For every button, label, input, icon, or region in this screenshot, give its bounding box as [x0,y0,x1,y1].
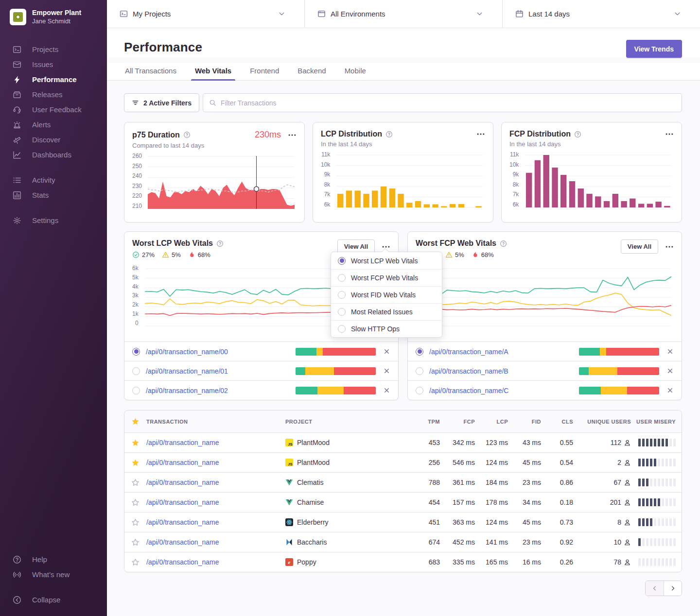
radio-button[interactable] [416,367,423,375]
collapse-icon [13,596,21,604]
whats-new-icon [13,570,21,579]
tab-mobile[interactable]: Mobile [344,63,367,80]
sidebar-item-issues[interactable]: Issues [0,57,107,72]
close-icon[interactable] [666,367,674,375]
transaction-link[interactable]: /api/0/transaction_name [146,558,285,566]
col-transaction[interactable]: TRANSACTION [146,419,285,425]
view-trends-button[interactable]: View Trends [626,40,682,58]
sidebar-item-releases[interactable]: Releases [0,87,107,102]
sidebar-item-what-s-new[interactable]: What’s new [0,567,107,582]
question-icon[interactable] [216,240,224,247]
question-icon[interactable] [183,131,191,138]
col-lcp[interactable]: LCP [476,419,509,425]
fid-value: 45 ms [509,459,542,466]
search-input[interactable] [221,99,676,107]
star-outline-icon[interactable] [131,479,140,487]
transaction-link[interactable]: /api/0/transaction_name [146,479,285,486]
transaction-link[interactable]: /api/0/transaction_name/A [429,348,508,356]
menu-item[interactable]: Slow HTTP Ops [331,320,442,337]
col-user-misery[interactable]: USER MISERY [636,419,682,425]
col-tpm[interactable]: TPM [407,419,441,425]
close-icon[interactable] [666,387,674,394]
col-fcp[interactable]: FCP [441,419,476,425]
project-cell[interactable]: Baccharis [285,538,407,546]
view-all-button[interactable]: View All [621,240,658,254]
question-icon[interactable] [385,131,393,138]
question-icon[interactable] [500,240,507,247]
col-unique-users[interactable]: UNIQUE USERS [574,419,636,425]
tab-all-transactions[interactable]: All Transactions [124,63,177,80]
menu-item[interactable]: Worst FID Web Vitals [331,286,442,303]
star-outline-icon[interactable] [131,498,140,507]
star-outline-icon[interactable] [131,538,140,547]
previous-page-button[interactable] [646,581,664,596]
transaction-link[interactable]: /api/0/transaction_name [146,459,285,466]
global-filter-project[interactable]: My Projects [107,0,305,28]
lcp-value: 165 ms [476,558,509,566]
col-project[interactable]: PROJECT [285,419,407,425]
transaction-link[interactable]: /api/0/transaction_name/C [429,387,508,394]
sidebar-item-collapse[interactable]: Collapse [0,592,107,607]
close-icon[interactable] [383,387,390,394]
project-cell[interactable]: Clematis [285,479,407,486]
tab-frontend[interactable]: Frontend [249,63,280,80]
tab-backend[interactable]: Backend [297,63,327,80]
close-icon[interactable] [383,348,390,355]
sidebar-item-help[interactable]: Help [0,552,107,567]
project-cell[interactable]: ePoppy [285,558,407,566]
next-page-button[interactable] [664,581,682,596]
star-filled-icon[interactable] [131,459,140,467]
transaction-link[interactable]: /api/0/transaction_name/02 [146,387,228,394]
active-filters-button[interactable]: 2 Active Filters [124,93,199,112]
ellipsis-icon[interactable] [665,130,674,138]
ellipsis-icon[interactable] [665,242,674,251]
org-switcher[interactable]: Empower Plant Jane Schmidt [0,0,107,30]
vitals-transaction-row: /api/0/transaction_name/01 [124,361,398,380]
col-cls[interactable]: CLS [542,419,574,425]
star-outline-icon[interactable] [131,518,140,527]
radio-button[interactable] [132,367,140,375]
close-icon[interactable] [383,367,390,375]
question-icon[interactable] [574,131,581,138]
transaction-link[interactable]: /api/0/transaction_name/B [429,367,508,375]
global-filter-window[interactable]: All Environments [305,0,503,28]
transaction-link[interactable]: /api/0/transaction_name [146,538,285,546]
radio-button[interactable] [132,348,140,356]
sidebar-item-alerts[interactable]: Alerts [0,117,107,132]
menu-item[interactable]: Worst FCP Web Vitals [331,269,442,286]
sidebar-item-projects[interactable]: Projects [0,42,107,57]
sidebar-item-activity[interactable]: Activity [0,172,107,188]
ellipsis-icon[interactable] [288,131,297,139]
radio-button[interactable] [416,387,423,394]
transaction-link[interactable]: /api/0/transaction_name/00 [146,348,228,356]
project-cell[interactable]: JSPlantMood [285,459,407,466]
star-outline-icon[interactable] [131,558,140,566]
radio-button[interactable] [132,387,140,394]
project-cell[interactable]: JSPlantMood [285,439,407,446]
transaction-link[interactable]: /api/0/transaction_name [146,439,285,446]
star-filled-icon[interactable] [131,439,140,447]
project-cell[interactable]: Elderberry [285,518,407,526]
transaction-link[interactable]: /api/0/transaction_name [146,518,285,526]
sidebar-item-user-feedback[interactable]: User Feedback [0,102,107,117]
user-feedback-icon [13,105,21,114]
sidebar-item-stats[interactable]: Stats [0,188,107,203]
transaction-link[interactable]: /api/0/transaction_name [146,498,285,506]
tab-web-vitals[interactable]: Web Vitals [194,63,232,80]
global-filter-calendar[interactable]: Last 14 days [503,0,700,28]
tpm-value: 451 [407,518,441,526]
menu-item[interactable]: Most Related Issues [331,303,442,320]
sidebar-item-settings[interactable]: Settings [0,213,107,228]
fid-value: 43 ms [509,439,542,446]
project-cell[interactable]: Chamise [285,498,407,506]
sidebar-item-dashboards[interactable]: Dashboards [0,147,107,162]
sidebar-item-discover[interactable]: Discover [0,132,107,147]
close-icon[interactable] [666,348,674,355]
menu-item-label: Worst FCP Web Vitals [351,274,418,282]
ellipsis-icon[interactable] [476,130,485,138]
col-fid[interactable]: FID [509,419,542,425]
transaction-link[interactable]: /api/0/transaction_name/01 [146,367,228,375]
radio-button[interactable] [416,348,423,356]
sidebar-item-performance[interactable]: Performance [0,72,107,87]
menu-item[interactable]: Worst LCP Web Vitals [331,252,442,269]
